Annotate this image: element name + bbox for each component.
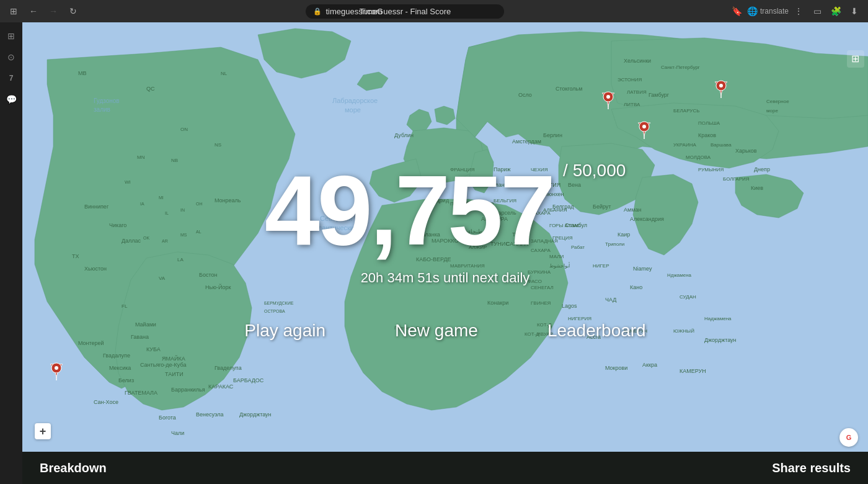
svg-text:ГОРЫ АТЛАС: ГОРЫ АТЛАС <box>549 223 581 228</box>
svg-text:Джорджтаун: Джорджтаун <box>239 411 272 418</box>
svg-text:АЛЖИР: АЛЖИР <box>469 244 487 250</box>
svg-point-151 <box>642 125 646 128</box>
svg-text:БЕЛАРУСЬ: БЕЛАРУСЬ <box>673 108 699 114</box>
back-button[interactable]: ← <box>25 2 42 20</box>
svg-text:САХАРА: САХАРА <box>531 210 551 216</box>
svg-text:Северный: Северный <box>320 215 352 222</box>
svg-text:NB: NB <box>171 158 178 163</box>
svg-text:Бостон: Бостон <box>199 272 217 278</box>
svg-text:Мексика: Мексика <box>109 365 131 371</box>
svg-text:طنجاءصلاح: طنجاءصلاح <box>456 228 482 235</box>
svg-text:IN: IN <box>180 208 185 212</box>
svg-text:ЛИТВА: ЛИТВА <box>624 102 640 107</box>
svg-text:Lagos: Lagos <box>562 303 577 309</box>
svg-text:MN: MN <box>137 155 145 160</box>
svg-text:Niamey: Niamey <box>633 266 652 272</box>
svg-text:НИГЕР: НИГЕР <box>593 263 609 269</box>
svg-text:МАЛИ: МАЛИ <box>549 254 564 259</box>
sidebar: ⊞ ⊙ 7 💬 <box>0 22 22 484</box>
svg-text:Чали: Чали <box>171 430 184 436</box>
svg-text:САХАРА: САХАРА <box>531 248 551 253</box>
svg-text:Нджамена: Нджамена <box>667 272 692 278</box>
svg-text:Гавана: Гавана <box>131 334 149 340</box>
svg-text:МАВРИТАНИЯ: МАВРИТАНИЯ <box>450 263 485 269</box>
svg-text:FL: FL <box>122 303 128 309</box>
svg-text:ЮЖНЫЙ: ЮЖНЫЙ <box>673 328 694 334</box>
sidebar-toggle-icon[interactable]: ⊞ <box>5 2 22 20</box>
translate-icon: 🌐 <box>747 6 758 16</box>
svg-text:МАРОККО: МАРОККО <box>432 238 459 244</box>
svg-text:Даллас: Даллас <box>122 238 141 244</box>
svg-text:АНДОРРА: АНДОРРА <box>481 216 508 222</box>
forward-button[interactable]: → <box>45 2 62 20</box>
download-icon[interactable]: ⬇ <box>846 2 863 20</box>
breakdown-button[interactable]: Breakdown <box>40 461 107 475</box>
svg-text:Лабрадорское: Лабрадорское <box>332 97 378 104</box>
svg-text:Барселона: Барселона <box>466 200 494 207</box>
new-game-button[interactable]: New game <box>385 316 488 346</box>
svg-text:ХОРВАТИЯ: ХОРВАТИЯ <box>531 182 560 188</box>
leaderboard-button[interactable]: Leaderboard <box>538 316 656 346</box>
svg-text:Каир: Каир <box>618 231 630 238</box>
sidebar-icon-chat[interactable]: 💬 <box>2 91 20 108</box>
svg-text:Виннипег: Виннипег <box>84 204 109 210</box>
svg-text:AL: AL <box>196 230 202 234</box>
svg-text:WI: WI <box>125 179 131 185</box>
bottom-bar: Breakdown Share results <box>22 452 868 484</box>
svg-text:Аккра: Аккра <box>642 362 657 368</box>
play-again-button[interactable]: Play again <box>234 316 335 346</box>
svg-text:БУРКИНА: БУРКИНА <box>528 269 551 275</box>
svg-text:Осло: Осло <box>518 92 532 98</box>
bookmark-icon[interactable]: 🔖 <box>728 2 746 20</box>
svg-text:море: море <box>766 108 778 114</box>
svg-text:Париж: Париж <box>494 166 511 173</box>
svg-text:AR: AR <box>162 239 168 243</box>
svg-point-149 <box>719 84 723 87</box>
svg-text:ФАСО: ФАСО <box>528 279 542 284</box>
svg-text:БЕРМУДСКИЕ: БЕРМУДСКИЕ <box>264 301 294 306</box>
svg-text:Атлантический: Атлантический <box>311 224 358 231</box>
sidebar-icon-number[interactable]: 7 <box>2 69 20 87</box>
svg-text:ЯМАЙКА: ЯМАЙКА <box>162 355 185 362</box>
tab-title: TimeGuessr - Final Score <box>360 7 451 16</box>
svg-point-153 <box>55 366 58 370</box>
svg-text:⊞: ⊞ <box>851 53 859 64</box>
svg-text:TX: TX <box>72 253 79 259</box>
zoom-plus-button[interactable]: + <box>35 423 51 439</box>
svg-text:Мокрови: Мокрови <box>605 365 627 371</box>
svg-text:ЭСТОНИЯ: ЭСТОНИЯ <box>618 77 642 83</box>
svg-text:БОЛГАРИЯ: БОЛГАРИЯ <box>723 176 750 182</box>
svg-text:Джорджтаун: Джорджтаун <box>704 337 737 343</box>
map-svg: .land { fill: #6aac8a; stroke: #5a9c7a; … <box>22 22 868 452</box>
lock-icon: 🔒 <box>313 7 322 16</box>
svg-text:Александрия: Александрия <box>630 216 664 222</box>
svg-text:Милан: Милан <box>487 182 505 188</box>
svg-text:Наджамена: Наджамена <box>704 316 732 321</box>
svg-text:Касабланка: Касабланка <box>410 231 440 238</box>
svg-text:NL: NL <box>221 71 228 76</box>
svg-text:МВ: МВ <box>78 70 87 76</box>
svg-text:VA: VA <box>159 276 166 281</box>
sidebar-icon-circle[interactable]: ⊙ <box>2 48 20 66</box>
sidebar-icon-grid[interactable]: ⊞ <box>2 27 20 45</box>
reload-button[interactable]: ↻ <box>64 2 82 20</box>
svg-text:Стокгольм: Стокгольм <box>556 86 582 92</box>
svg-text:Богота: Богота <box>159 415 176 421</box>
extensions-icon[interactable]: 🧩 <box>827 2 844 20</box>
translate-button[interactable]: 🌐 translate <box>747 6 789 16</box>
svg-text:Белиз: Белиз <box>118 377 134 383</box>
svg-text:Гамбург: Гамбург <box>649 92 670 98</box>
svg-text:УКРАИНА: УКРАИНА <box>673 142 696 148</box>
svg-text:океан: океан <box>326 233 344 241</box>
svg-text:КАРАКАС: КАРАКАС <box>208 383 234 390</box>
svg-text:залив: залив <box>94 106 110 113</box>
menu-button[interactable]: ⋮ <box>790 2 807 20</box>
svg-text:КАМЕРУН: КАМЕРУН <box>680 368 706 374</box>
svg-text:Амстердам: Амстердам <box>512 138 541 145</box>
svg-text:MS: MS <box>180 233 187 237</box>
share-results-button[interactable]: Share results <box>772 461 851 475</box>
svg-text:Триполи: Триполи <box>605 241 624 247</box>
svg-text:Венесуэла: Венесуэла <box>196 411 224 418</box>
svg-text:ТАИТИ: ТАИТИ <box>165 371 184 377</box>
svg-text:ГВИНЕЯ: ГВИНЕЯ <box>531 300 551 306</box>
